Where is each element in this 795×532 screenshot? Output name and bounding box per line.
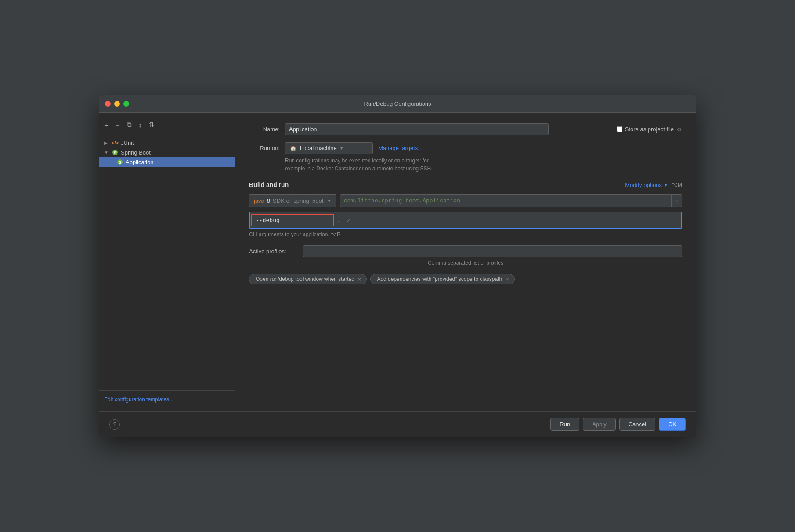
sidebar-item-junit[interactable]: ▶ </> JUnit <box>99 138 235 147</box>
dialog-footer: ? Run Apply Cancel OK <box>99 411 696 437</box>
maximize-button[interactable] <box>123 101 129 107</box>
home-icon: 🏠 <box>290 145 296 151</box>
main-class-row: ≡ <box>340 194 682 207</box>
sidebar-item-springboot-label: Spring Boot <box>121 149 231 156</box>
main-class-input[interactable] <box>340 195 671 207</box>
sdk-row: java 8 SDK of 'spring_boot' ▼ ≡ <box>249 194 682 207</box>
junit-expand-arrow: ▶ <box>104 140 109 145</box>
footer-left: ? <box>109 419 120 430</box>
name-row: Name: Store as project file ⚙ <box>249 123 682 135</box>
sdk-dropdown[interactable]: java 8 SDK of 'spring_boot' ▼ <box>249 194 336 207</box>
chips-row: Open run/debug tool window when started … <box>249 274 682 284</box>
springboot-expand-arrow: ▼ <box>104 150 109 155</box>
build-run-title: Build and run <box>249 181 289 188</box>
close-button[interactable] <box>105 101 111 107</box>
cli-args-row: ≡ ⤢ <box>249 212 682 229</box>
store-project-checkbox[interactable] <box>617 126 622 132</box>
chip-add-dependencies-label: Add dependencies with "provided" scope t… <box>377 276 502 282</box>
svg-text:S: S <box>119 160 121 165</box>
dialog-title: Run/Debug Configurations <box>364 101 431 107</box>
sidebar: + − ⧉ ↕ ⇅ ▶ </> JUnit ▼ <box>99 113 235 411</box>
sidebar-item-springboot[interactable]: ▼ S Spring Boot <box>99 147 235 157</box>
main-content: + − ⧉ ↕ ⇅ ▶ </> JUnit ▼ <box>99 113 696 411</box>
chip-run-debug-close[interactable]: × <box>358 277 361 282</box>
manage-targets-link[interactable]: Manage targets... <box>378 145 423 151</box>
cli-icons: ≡ ⤢ <box>336 216 355 224</box>
sidebar-toolbar: + − ⧉ ↕ ⇅ <box>99 116 235 135</box>
modify-options-shortcut: ⌥M <box>672 182 682 188</box>
application-icon: S <box>116 158 123 165</box>
run-on-hint: Run configurations may be executed local… <box>285 157 682 173</box>
cli-args-input[interactable] <box>254 215 332 225</box>
sort-configuration-button[interactable]: ⇅ <box>146 119 157 130</box>
class-browse-button[interactable]: ≡ <box>671 195 682 207</box>
run-button[interactable]: Run <box>550 418 579 431</box>
run-on-row: Run on: 🏠 Local machine ▼ Manage targets… <box>249 142 682 154</box>
copy-configuration-button[interactable]: ⧉ <box>124 119 134 130</box>
junit-icon: </> <box>112 139 119 146</box>
name-label: Name: <box>249 126 280 133</box>
tree-section: ▶ </> JUnit ▼ S Spring Boot <box>99 135 235 169</box>
run-on-dropdown[interactable]: 🏠 Local machine ▼ <box>285 142 373 154</box>
cli-args-hint: CLI arguments to your application. ⌥R <box>249 231 682 237</box>
gear-icon[interactable]: ⚙ <box>676 126 682 133</box>
sidebar-item-application-label: Application <box>126 159 231 165</box>
build-run-section-header: Build and run Modify options ▼ ⌥M <box>249 181 682 188</box>
traffic-lights <box>105 101 129 107</box>
chip-run-debug-window: Open run/debug tool window when started … <box>249 274 367 284</box>
cancel-button[interactable]: Cancel <box>619 418 655 431</box>
modify-options-label: Modify options <box>625 182 662 188</box>
store-project-label: Store as project file <box>625 126 674 133</box>
run-on-label: Run on: <box>249 145 280 151</box>
cli-expand-button[interactable]: ⤢ <box>344 216 353 224</box>
chip-add-dependencies-close[interactable]: × <box>506 277 509 282</box>
cli-input-focused-box <box>251 214 334 226</box>
move-configuration-button[interactable]: ↕ <box>136 119 145 130</box>
modify-options-arrow-icon: ▼ <box>664 183 668 187</box>
sidebar-footer: Edit configuration templates... <box>99 390 235 408</box>
sidebar-item-junit-label: JUnit <box>121 140 231 146</box>
chip-run-debug-label: Open run/debug tool window when started <box>256 276 354 282</box>
run-debug-dialog: Run/Debug Configurations + − ⧉ ↕ ⇅ ▶ </>… <box>99 95 696 437</box>
apply-button[interactable]: Apply <box>583 418 616 431</box>
ok-button[interactable]: OK <box>659 418 686 431</box>
title-bar: Run/Debug Configurations <box>99 95 696 113</box>
right-panel: Name: Store as project file ⚙ Run on: 🏠 … <box>235 113 696 411</box>
add-configuration-button[interactable]: + <box>102 119 112 130</box>
cli-text-editor-button[interactable]: ≡ <box>336 216 343 224</box>
help-button[interactable]: ? <box>109 419 120 430</box>
sdk-java-label: java <box>254 198 264 204</box>
modify-options-button[interactable]: Modify options ▼ ⌥M <box>625 182 682 188</box>
minimize-button[interactable] <box>114 101 120 107</box>
sidebar-item-application[interactable]: S Application <box>99 157 235 167</box>
name-input[interactable] <box>285 123 549 135</box>
sdk-desc-label: SDK of 'spring_boot' <box>273 198 325 204</box>
profiles-hint: Comma separated list of profiles <box>249 260 682 266</box>
sdk-arrow-icon: ▼ <box>327 198 332 203</box>
svg-text:S: S <box>114 151 116 155</box>
store-project-container: Store as project file ⚙ <box>617 126 682 133</box>
active-profiles-input[interactable] <box>303 245 682 257</box>
run-on-value: Local machine <box>300 145 337 151</box>
chip-add-dependencies: Add dependencies with "provided" scope t… <box>370 274 514 284</box>
active-profiles-row: Active profiles: <box>249 245 682 257</box>
active-profiles-label: Active profiles: <box>249 248 297 255</box>
sdk-version-label: 8 <box>267 198 270 204</box>
run-on-arrow-icon: ▼ <box>340 146 344 151</box>
edit-templates-link[interactable]: Edit configuration templates... <box>104 396 173 403</box>
remove-configuration-button[interactable]: − <box>113 119 123 130</box>
springboot-icon: S <box>112 149 119 156</box>
